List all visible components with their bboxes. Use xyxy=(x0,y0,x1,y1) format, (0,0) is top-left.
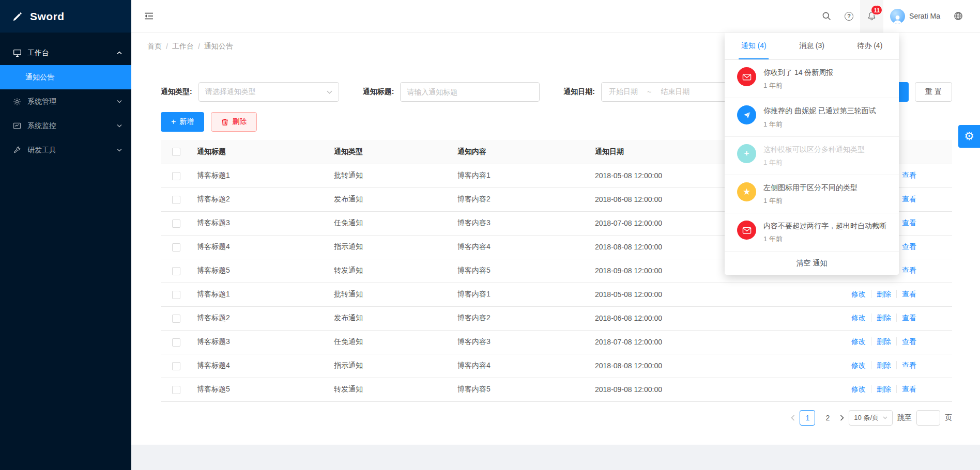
edit-link[interactable]: 修改 xyxy=(851,337,866,346)
date-end-placeholder: 结束日期 xyxy=(661,87,690,97)
help-icon[interactable]: ? xyxy=(838,0,860,33)
row-checkbox[interactable] xyxy=(172,291,180,299)
delete-link[interactable]: 删除 xyxy=(871,337,891,346)
app-title: Sword xyxy=(30,10,65,23)
view-link[interactable]: 查看 xyxy=(896,266,916,274)
breadcrumb-separator: / xyxy=(166,42,168,51)
globe-icon[interactable] xyxy=(947,0,970,33)
page-number-1[interactable]: 1 xyxy=(800,410,815,426)
sidebar-menu: 工作台 通知公告 系统管理 系统监控 xyxy=(0,33,131,162)
gear-icon: ⚙ xyxy=(964,130,974,143)
date-range-separator: ~ xyxy=(647,88,651,96)
view-link[interactable]: 查看 xyxy=(896,337,916,346)
row-checkbox[interactable] xyxy=(172,386,180,394)
edit-link[interactable]: 修改 xyxy=(851,385,866,393)
view-link[interactable]: 查看 xyxy=(896,242,916,250)
notice-type-select[interactable]: 请选择通知类型 xyxy=(198,82,339,102)
view-link[interactable]: 查看 xyxy=(896,361,916,369)
notification-text: 你收到了 14 份新周报 xyxy=(763,67,886,77)
page-unit-label: 页 xyxy=(945,413,952,422)
monitor-icon xyxy=(12,122,22,130)
chevron-down-icon xyxy=(117,123,122,129)
row-checkbox[interactable] xyxy=(172,362,180,370)
notification-item[interactable]: + 这种模板可以区分多种通知类型 1 年前 xyxy=(725,137,899,175)
page-number-2[interactable]: 2 xyxy=(820,410,835,426)
sidebar-item-label: 通知公告 xyxy=(25,73,54,82)
row-checkbox[interactable] xyxy=(172,172,180,180)
delete-link[interactable]: 删除 xyxy=(871,314,891,322)
sidebar-item-notice[interactable]: 通知公告 xyxy=(0,65,131,89)
row-checkbox[interactable] xyxy=(172,315,180,323)
jump-page-input[interactable] xyxy=(916,410,940,426)
table-row: 博客标题3 任免通知 博客内容3 2018-07-08 12:00:00 修改删… xyxy=(161,330,952,354)
view-link[interactable]: 查看 xyxy=(896,314,916,322)
notification-item[interactable]: 你推荐的 曲妮妮 已通过第三轮面试 1 年前 xyxy=(725,98,899,136)
trash-icon xyxy=(221,118,228,126)
col-header-type: 通知类型 xyxy=(329,140,452,164)
tab-todos[interactable]: 待办 (4) xyxy=(841,33,899,59)
send-icon xyxy=(737,105,756,124)
user-menu[interactable]: Serati Ma xyxy=(883,0,947,33)
sidebar-item-system-mgmt[interactable]: 系统管理 xyxy=(0,89,131,114)
row-checkbox[interactable] xyxy=(172,196,180,204)
menu-fold-icon[interactable] xyxy=(144,11,154,21)
edit-link[interactable]: 修改 xyxy=(851,361,866,369)
delete-button[interactable]: 删除 xyxy=(211,112,257,132)
notification-panel: 通知 (4) 消息 (3) 待办 (4) 你收到了 14 份新周报 1 年前 你… xyxy=(725,33,899,275)
view-link[interactable]: 查看 xyxy=(896,195,916,203)
row-checkbox[interactable] xyxy=(172,243,180,252)
jump-label: 跳至 xyxy=(897,413,912,422)
view-link[interactable]: 查看 xyxy=(896,171,916,179)
sidebar-item-label: 系统管理 xyxy=(27,97,117,106)
view-link[interactable]: 查看 xyxy=(896,218,916,227)
header-actions: ? 11 Serati Ma xyxy=(815,0,970,33)
row-checkbox[interactable] xyxy=(172,220,180,228)
notification-item[interactable]: 内容不要超过两行字，超出时自动截断 1 年前 xyxy=(725,213,899,252)
plus-icon: + xyxy=(171,118,176,126)
select-all-checkbox[interactable] xyxy=(172,148,180,156)
notice-title-input[interactable] xyxy=(400,82,540,102)
search-icon[interactable] xyxy=(815,0,838,33)
avatar xyxy=(890,9,905,24)
add-button[interactable]: + 新增 xyxy=(161,112,204,132)
tab-messages[interactable]: 消息 (3) xyxy=(783,33,840,59)
sidebar-item-workbench[interactable]: 工作台 xyxy=(0,41,131,65)
notifications-bell[interactable]: 11 xyxy=(860,0,883,33)
col-header-content: 通知内容 xyxy=(452,140,590,164)
edit-link[interactable]: 修改 xyxy=(851,314,866,322)
theme-settings-button[interactable]: ⚙ xyxy=(958,125,980,148)
prev-page-icon[interactable] xyxy=(791,415,795,421)
delete-link[interactable]: 删除 xyxy=(871,290,891,298)
page-size-select[interactable]: 10 条/页 xyxy=(849,410,893,426)
breadcrumb-workbench[interactable]: 工作台 xyxy=(172,42,194,51)
notification-time: 1 年前 xyxy=(763,120,886,129)
notification-item[interactable]: ★ 左侧图标用于区分不同的类型 1 年前 xyxy=(725,175,899,213)
notification-text: 左侧图标用于区分不同的类型 xyxy=(763,182,886,193)
notification-item[interactable]: 你收到了 14 份新周报 1 年前 xyxy=(725,60,899,98)
delete-link[interactable]: 删除 xyxy=(871,385,891,393)
sidebar-item-dev-tools[interactable]: 研发工具 xyxy=(0,138,131,162)
delete-link[interactable]: 删除 xyxy=(871,361,891,369)
view-link[interactable]: 查看 xyxy=(896,385,916,393)
row-checkbox[interactable] xyxy=(172,267,180,275)
sidebar-item-system-monitor[interactable]: 系统监控 xyxy=(0,114,131,138)
badge-count: 11 xyxy=(871,5,882,15)
setting-icon xyxy=(12,98,22,106)
edit-link[interactable]: 修改 xyxy=(851,290,866,298)
table-row: 博客标题1 批转通知 博客内容1 2018-05-08 12:00:00 修改删… xyxy=(161,283,952,306)
reset-button[interactable]: 重 置 xyxy=(915,82,952,102)
filter-title-label: 通知标题: xyxy=(363,87,394,97)
sidebar: Sword 工作台 通知公告 系统管理 xyxy=(0,0,131,470)
view-link[interactable]: 查看 xyxy=(896,290,916,298)
breadcrumb-home[interactable]: 首页 xyxy=(147,42,162,51)
table-row: 博客标题4 指示通知 博客内容4 2018-08-08 12:00:00 修改删… xyxy=(161,354,952,378)
notification-text: 你推荐的 曲妮妮 已通过第三轮面试 xyxy=(763,105,886,116)
top-header: ? 11 Serati Ma xyxy=(131,0,980,33)
sword-icon xyxy=(11,10,24,23)
tab-notices[interactable]: 通知 (4) xyxy=(725,33,783,59)
filter-type-group: 通知类型: 请选择通知类型 xyxy=(161,82,339,102)
notification-time: 1 年前 xyxy=(763,81,886,90)
row-checkbox[interactable] xyxy=(172,338,180,347)
clear-notifications-button[interactable]: 清空 通知 xyxy=(725,252,899,275)
next-page-icon[interactable] xyxy=(840,415,844,421)
